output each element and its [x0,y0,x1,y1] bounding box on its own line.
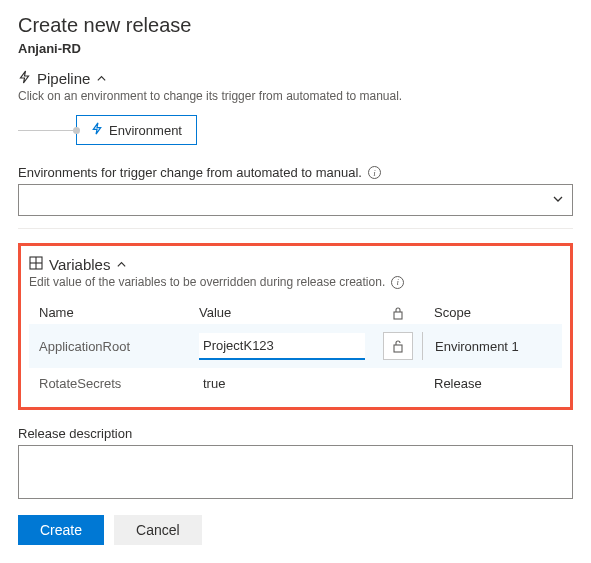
variable-value-cell [199,333,374,360]
release-description-input[interactable] [18,445,573,499]
env-dropdown-label: Environments for trigger change from aut… [18,165,573,180]
variables-table-header: Name Value Scope [29,301,562,324]
chevron-down-icon [552,192,564,208]
env-dropdown[interactable] [18,184,573,216]
pipeline-section-label: Pipeline [37,70,90,87]
variable-scope: Release [422,376,552,391]
col-scope: Scope [422,305,552,320]
col-value: Value [199,305,374,320]
chevron-up-icon [96,70,107,87]
variable-value[interactable]: true [199,376,374,391]
create-button[interactable]: Create [18,515,104,545]
variable-scope: Environment 1 [422,332,552,360]
col-lock [374,306,422,320]
release-definition-name: Anjani-RD [18,41,573,56]
release-description-label: Release description [18,426,573,441]
svg-rect-4 [394,345,402,352]
section-divider [18,228,573,229]
lightning-icon [18,70,31,87]
variable-name: ApplicationRoot [39,339,199,354]
col-name: Name [39,305,199,320]
info-icon[interactable]: i [368,166,381,179]
variables-highlight: Variables Edit value of the variables to… [18,243,573,410]
variables-section-description: Edit value of the variables to be overri… [29,275,562,289]
dialog-footer: Create Cancel [18,515,202,545]
environment-stage-box[interactable]: Environment [76,115,197,145]
variable-lock-cell [374,332,422,360]
chevron-up-icon [116,256,127,273]
unlock-icon [392,339,404,353]
grid-icon [29,256,43,273]
svg-rect-3 [394,312,402,319]
pipeline-connector [18,130,76,131]
page-title: Create new release [18,14,573,37]
pipeline-visual: Environment [18,115,573,145]
cancel-button[interactable]: Cancel [114,515,202,545]
variable-row[interactable]: ApplicationRoot Environment 1 [29,324,562,368]
variable-row[interactable]: RotateSecrets true Release [29,368,562,399]
variable-name: RotateSecrets [39,376,199,391]
pipeline-section-description: Click on an environment to change its tr… [18,89,573,103]
variables-section-header[interactable]: Variables [29,256,562,273]
pipeline-section-header[interactable]: Pipeline [18,70,573,87]
lock-icon [392,306,404,320]
info-icon[interactable]: i [391,276,404,289]
variable-value-input[interactable] [199,333,365,360]
lock-toggle-button[interactable] [383,332,413,360]
environment-stage-label: Environment [109,123,182,138]
lightning-icon [91,122,103,138]
variables-table: Name Value Scope ApplicationRoot Environ… [29,301,562,399]
variables-section-label: Variables [49,256,110,273]
